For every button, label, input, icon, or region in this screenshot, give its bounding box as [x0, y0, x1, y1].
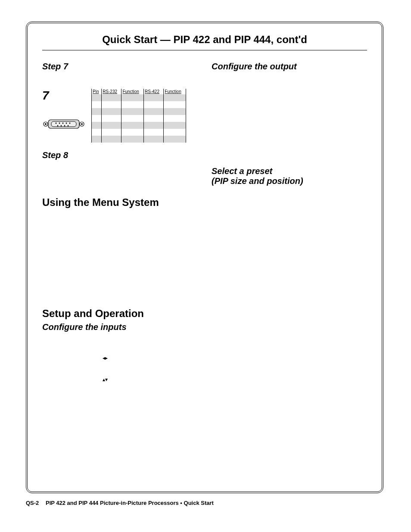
table-row [92, 101, 186, 108]
arrows-up-down-icon: ▴▾ [103, 375, 198, 383]
col-func2: Function [164, 89, 186, 94]
svg-point-12 [68, 125, 69, 127]
select-preset-heading-line1: Select a preset [212, 166, 367, 176]
svg-point-10 [61, 125, 62, 127]
col-pin: Pin [92, 89, 102, 94]
step7-number-and-connector: 7 [42, 89, 85, 133]
svg-point-3 [81, 123, 83, 125]
two-column-layout: Step 7 7 [42, 60, 367, 383]
step7-figure: 7 [42, 89, 198, 143]
left-column: Step 7 7 [42, 60, 205, 383]
table-row [92, 94, 186, 101]
svg-point-8 [69, 123, 71, 124]
svg-point-9 [57, 125, 59, 127]
table-header-row: Pin RS-232 Function RS-422 Function [92, 89, 186, 94]
step8-heading: Step 8 [42, 150, 198, 160]
footer-text: PIP 422 and PIP 444 Picture-in-Picture P… [46, 500, 214, 506]
step7-heading: Step 7 [42, 62, 198, 72]
table-row [92, 129, 186, 136]
table-row [92, 122, 186, 129]
select-preset-heading-line2: (PIP size and position) [212, 176, 367, 186]
table-row [92, 115, 186, 122]
arrows-left-right-icon: ◂▸ [103, 354, 198, 361]
svg-point-11 [64, 125, 65, 127]
big-seven: 7 [42, 89, 85, 103]
svg-point-1 [45, 123, 47, 125]
configure-output-heading: Configure the output [212, 62, 367, 72]
pin-function-table: Pin RS-232 Function RS-422 Function [91, 89, 186, 143]
svg-point-6 [62, 123, 64, 124]
right-column: Configure the output Select a preset (PI… [205, 60, 367, 383]
table-row [92, 136, 186, 143]
svg-point-7 [66, 123, 67, 124]
db9-connector-icon [42, 117, 85, 133]
configure-inputs-heading: Configure the inputs [42, 322, 198, 332]
page-frame: Quick Start — PIP 422 and PIP 444, cont'… [26, 22, 383, 493]
page-footer: QS-2 PIP 422 and PIP 444 Picture-in-Pict… [26, 500, 214, 506]
table-row [92, 108, 186, 115]
svg-point-4 [56, 123, 57, 124]
col-rs232: RS-232 [102, 89, 121, 94]
menu-system-heading: Using the Menu System [42, 196, 198, 208]
page-title: Quick Start — PIP 422 and PIP 444, cont'… [42, 34, 367, 50]
svg-point-5 [59, 123, 60, 124]
col-func1: Function [121, 89, 144, 94]
col-rs422: RS-422 [144, 89, 164, 94]
footer-page-number: QS-2 [26, 500, 39, 506]
setup-operation-heading: Setup and Operation [42, 308, 198, 320]
